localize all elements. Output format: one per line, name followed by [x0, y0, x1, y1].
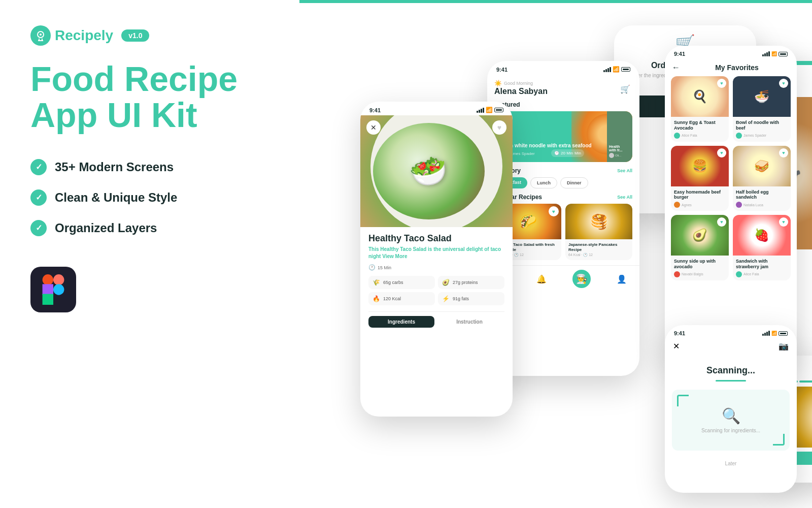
phone-favorites: 9:41 📶 ← My Favorites 🍳 ♥	[665, 46, 797, 361]
home-status-icons: 📶	[603, 66, 630, 73]
tab-instruction[interactable]: Instruction	[436, 316, 502, 328]
cart-icon[interactable]: 🛒	[618, 82, 632, 96]
recipe-info-2: Japanese-style Pancakes Recipe 64 Kcal ·…	[565, 239, 632, 260]
feature-item-1: ✓ 35+ Modern Screens	[30, 159, 299, 175]
fav-back-button[interactable]: ←	[672, 63, 680, 72]
featured-section-header: Featured	[494, 101, 632, 108]
detail-battery	[494, 108, 503, 112]
fav-card-3[interactable]: 🍔 ♥ Easy homemade beef burger Agnes	[671, 146, 729, 211]
fav-avatar-2	[736, 133, 742, 139]
fav-img-2: 🍜 ♥	[733, 76, 791, 117]
chip-dinner[interactable]: Dinner	[560, 177, 588, 188]
version-badge: v1.0	[121, 29, 149, 42]
svg-rect-7	[43, 284, 53, 295]
fav-info-2: Bowl of noodle with beef James Spader	[733, 117, 791, 142]
home-username: Alena Sabyan	[494, 87, 548, 96]
svg-point-4	[40, 34, 42, 36]
detail-recipe-desc: This Healthy Taco Salad is the universal…	[368, 246, 504, 260]
battery-icon	[621, 67, 630, 72]
fav-card-6[interactable]: 🍓 ♥ Sandwich with strawberry jam Alice F…	[733, 215, 791, 280]
step-bar-2	[799, 380, 812, 383]
category-see-all[interactable]: See All	[617, 168, 632, 173]
svg-rect-9	[43, 294, 53, 304]
fav-card-2[interactable]: 🍜 ♥ Bowl of noodle with beef James Spade…	[733, 76, 791, 142]
figma-badge	[30, 267, 76, 312]
nutr-carbs: 🌾 65g carbs	[368, 276, 435, 289]
favorites-grid: 🍳 ♥ Sunny Egg & Toast Avocado Alice Fala…	[665, 76, 797, 280]
headline-line1: Food Recipe	[30, 59, 238, 98]
nav-chef[interactable]: 👨‍🍳	[572, 270, 591, 288]
check-icon-1: ✓	[30, 159, 47, 175]
detail-tabs: Ingredients Instruction	[368, 311, 504, 328]
fav-card-1[interactable]: 🍳 ♥ Sunny Egg & Toast Avocado Alice Fala	[671, 76, 729, 142]
fav-status-time: 9:41	[674, 51, 685, 57]
fav-avatar-1	[674, 133, 680, 139]
check-icon-2: ✓	[30, 189, 47, 206]
chip-lunch[interactable]: Lunch	[530, 177, 557, 188]
fav-header: ← My Favorites	[665, 59, 797, 76]
fav-status-icons: 📶	[762, 51, 788, 56]
detail-meta: 🕐 15 Min	[368, 264, 504, 271]
tab-ingredients[interactable]: Ingredients	[368, 316, 434, 328]
detail-view-more[interactable]: View More	[382, 253, 407, 259]
fav-heart-1[interactable]: ♥	[717, 79, 726, 88]
scan-later-button[interactable]: Later	[665, 461, 797, 466]
fav-name-2: Bowl of noodle with beef	[736, 120, 788, 131]
popular-see-all[interactable]: See All	[617, 195, 632, 200]
detail-food-image: 🥗 ✕ ♥	[360, 115, 513, 227]
feature-label-3: Organized Layers	[55, 221, 157, 235]
fav-author-5: Navabi Balgis	[674, 271, 726, 277]
home-status-bar: 9:41 📶	[487, 61, 639, 75]
brand-icon	[30, 25, 51, 46]
fav-heart-4[interactable]: ♥	[779, 148, 788, 157]
featured-card[interactable]: Asian white noodle with extra seafood Ja…	[494, 111, 632, 162]
recipe-card-2[interactable]: 🥞 Japanese-style Pancakes Recipe 64 Kcal…	[565, 204, 632, 260]
features-list: ✓ 35+ Modern Screens ✓ Clean & Unique St…	[30, 159, 299, 236]
fav-info-1: Sunny Egg & Toast Avocado Alice Fala	[671, 117, 729, 142]
fav-info-3: Easy homemade beef burger Agnes	[671, 186, 729, 211]
fav-heart-2[interactable]: ♥	[779, 79, 788, 88]
phone-scan: 9:41 📶 ✕ 📷 Scanning... 🔍	[665, 325, 797, 493]
fav-name-1: Sunny Egg & Toast Avocado	[674, 120, 726, 131]
scan-close-button[interactable]: ✕	[673, 341, 680, 351]
recipe-img-bg-2: 🥞	[565, 204, 632, 239]
popular-section-header: Popular Recipes See All	[494, 194, 632, 201]
detail-status-bar: 9:41 📶	[360, 102, 513, 115]
fav-img-4: 🥪 ♥	[733, 146, 791, 186]
detail-status-icons: 📶	[477, 107, 503, 113]
detail-status-time: 9:41	[369, 107, 381, 113]
category-section-header: Category See All	[494, 167, 632, 174]
detail-close-button[interactable]: ✕	[366, 120, 381, 135]
fav-name-5: Sunny side up with avocado	[674, 259, 726, 270]
brand-name: Recipely	[55, 27, 113, 44]
fav-battery	[779, 52, 788, 56]
fav-img-3: 🍔 ♥	[671, 146, 729, 186]
recipe-heart-1[interactable]: ♥	[549, 206, 559, 216]
fav-author-6: Alice Fala	[736, 271, 788, 277]
detail-heart-button[interactable]: ♥	[492, 120, 506, 135]
recipe-cards: 🌮 ♥ Healthy Taco Salad with fresh vegeta…	[494, 204, 632, 260]
teal-arc-decoration	[299, 0, 812, 3]
feature-item-2: ✓ Clean & Unique Style	[30, 189, 299, 206]
feature-label-1: 35+ Modern Screens	[55, 160, 174, 174]
fav-card-4[interactable]: 🥪 ♥ Half boiled egg sandwich Natalia Luc…	[733, 146, 791, 211]
scan-status-bar: 9:41 📶	[665, 325, 797, 338]
fav-avatar-3	[674, 202, 680, 208]
left-section: Recipely v1.0 Food Recipe App UI Kit ✓ 3…	[0, 0, 330, 508]
fav-img-1: 🍳 ♥	[671, 76, 729, 117]
fav-avatar-5	[674, 271, 680, 277]
recipe-name-2: Japanese-style Pancakes Recipe	[568, 242, 629, 252]
check-icon-3: ✓	[30, 220, 47, 236]
nav-bell[interactable]: 🔔	[536, 274, 547, 284]
scan-area: 🔍 Scanning for ingredients...	[672, 390, 790, 451]
featured-author-row: James Spader	[499, 150, 592, 157]
feature-label-2: Clean & Unique Style	[55, 190, 177, 205]
fav-avatar-4	[736, 202, 742, 208]
nutrition-grid: 🌾 65g carbs 🥑 27g proteins 🔥 120 Kcal ⚡ …	[368, 276, 504, 305]
fav-card-5[interactable]: 🥑 ♥ Sunny side up with avocado Navabi Ba…	[671, 215, 729, 280]
home-greeting: Good Morning	[504, 81, 533, 86]
nutr-fats: ⚡ 91g fats	[438, 292, 504, 305]
fav-heart-3[interactable]: ♥	[717, 148, 726, 157]
nav-profile[interactable]: 👤	[617, 274, 627, 284]
scan-camera-icon: 📷	[779, 341, 789, 351]
